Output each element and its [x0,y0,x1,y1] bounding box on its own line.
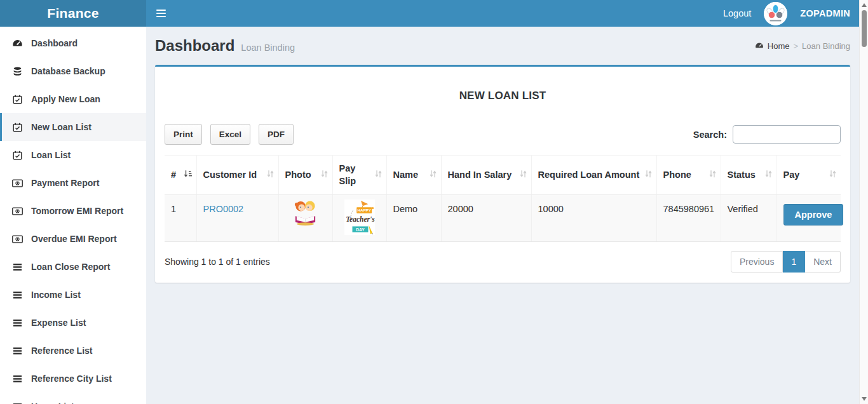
cell-pay: Approve [776,195,841,242]
print-button[interactable]: Print [165,124,202,145]
sidebar-item-label: New Loan List [31,122,92,132]
sidebar-item-label: Loan List [31,150,71,160]
brand-label: Finance [47,6,98,21]
sidebar-item-label: Dashboard [31,38,78,48]
sidebar-item-loan-close-report[interactable]: Loan Close Report [0,253,146,281]
sort-icon [375,169,382,182]
breadcrumb-home-link[interactable]: Home [768,41,790,51]
page-title: Dashboard Loan Binding [155,37,295,55]
excel-button[interactable]: Excel [210,124,250,145]
column-header-pay-slip[interactable]: Pay Slip [332,156,386,195]
vertical-scrollbar[interactable] [859,0,868,404]
scroll-down-arrow-icon[interactable] [862,397,867,401]
navbar: Logout ZOPADMIN [146,0,868,27]
sidebar-item-label: Tomorrow EMI Report [31,206,123,216]
cell-status: Verified [721,195,776,242]
sidebar-item-payment-report[interactable]: Payment Report [0,169,146,197]
sidebar-item-new-loan-list[interactable]: New Loan List [0,113,146,141]
loan-table: # Customer Id Photo [165,155,841,242]
top-navbar: Finance Logout ZOPADMIN [0,0,868,27]
pdf-button[interactable]: PDF [259,124,294,145]
sidebar-item-database-backup[interactable]: Database Backup [0,57,146,85]
cell-phone: 7845980961 [656,195,721,242]
column-header-phone[interactable]: Phone [656,156,721,195]
gauge-icon [755,41,764,50]
sidebar-item-label: Apply New Loan [31,94,100,104]
sidebar-item-dashboard[interactable]: Dashboard [0,29,146,57]
showing-entries-label: Showing 1 to 1 of 1 entries [165,257,270,267]
approve-button[interactable]: Approve [783,204,844,226]
breadcrumb-separator: > [794,41,799,51]
sidebar-item-reference-city-list[interactable]: Reference City List [0,365,146,393]
money-icon [11,178,23,189]
sidebar-item-label: Database Backup [31,66,105,76]
username-label: ZOPADMIN [800,8,850,18]
scroll-up-arrow-icon[interactable] [862,3,867,7]
sort-icon [829,169,836,182]
column-header-customer-id[interactable]: Customer Id [196,156,278,195]
column-header-name[interactable]: Name [386,156,441,195]
loan-list-panel: NEW LOAN LIST Print Excel PDF Search: [155,65,850,283]
sidebar-item-users-list[interactable]: Users List [0,393,146,404]
column-header-index[interactable]: # [165,156,196,195]
sidebar-item-label: Payment Report [31,178,99,188]
calendar-check-icon [11,122,23,133]
bars-icon [11,346,23,356]
search-control: Search: [693,125,841,144]
cell-pay-slip: HAPPY Teacher's DAY [332,195,386,242]
sidebar-item-apply-new-loan[interactable]: Apply New Loan [0,85,146,113]
search-input[interactable] [733,125,841,144]
sort-icon [430,169,437,182]
table-header-row: # Customer Id Photo [165,156,841,195]
breadcrumb: Home > Loan Binding [755,41,850,51]
svg-text:DAY: DAY [356,227,365,232]
page-title-text: Dashboard [155,37,234,55]
bars-icon [11,374,23,384]
page-subtitle: Loan Binding [241,43,295,53]
sidebar-item-tomorrow-emi-report[interactable]: Tomorrow EMI Report [0,197,146,225]
panel-title: NEW LOAN LIST [165,90,841,102]
database-icon [11,66,23,77]
column-header-hand-in-salary[interactable]: Hand In Salary [441,156,531,195]
customer-photo[interactable] [290,199,320,226]
money-icon [11,206,23,217]
sort-icon [321,169,328,182]
column-header-photo[interactable]: Photo [278,156,332,195]
bars-icon [11,401,23,404]
sort-icon [765,169,772,182]
company-logo-icon [764,2,787,25]
sidebar-item-reference-list[interactable]: Reference List [0,337,146,365]
sidebar-item-loan-list[interactable]: Loan List [0,141,146,169]
column-header-pay[interactable]: Pay [776,156,841,195]
calendar-check-icon [11,150,23,161]
scrollbar-thumb[interactable] [862,10,867,47]
avatar[interactable] [764,2,787,25]
pagination-previous-button[interactable]: Previous [731,251,783,273]
table-footer: Showing 1 to 1 of 1 entries Previous 1 N… [165,251,841,273]
pagination-next-button[interactable]: Next [805,251,841,273]
column-header-required-loan-amount[interactable]: Required Loan Amount [531,156,656,195]
svg-text:HAPPY: HAPPY [357,208,371,212]
bars-icon [11,318,23,328]
sidebar: Dashboard Database Backup Apply New Loan… [0,27,146,404]
sidebar-item-overdue-emi-report[interactable]: Overdue EMI Report [0,225,146,253]
pagination-page-1-button[interactable]: 1 [783,251,805,273]
table-toolbar: Print Excel PDF Search: [165,124,841,145]
cell-photo [278,195,332,242]
cell-hand-in-salary: 20000 [441,195,531,242]
logout-link[interactable]: Logout [723,8,751,18]
sort-icon [520,169,527,182]
navbar-right: Logout ZOPADMIN [723,2,850,25]
customer-id-link[interactable]: PRO0002 [203,204,244,214]
sidebar-item-label: Expense List [31,318,86,328]
bars-icon [11,262,23,273]
gauge-icon [11,38,23,49]
pay-slip-image[interactable]: HAPPY Teacher's DAY [344,199,375,235]
sidebar-toggle-icon[interactable] [156,10,166,17]
pagination: Previous 1 Next [731,251,841,273]
column-header-status[interactable]: Status [721,156,776,195]
brand-logo[interactable]: Finance [0,0,146,27]
sidebar-item-income-list[interactable]: Income List [0,281,146,309]
sidebar-item-expense-list[interactable]: Expense List [0,309,146,337]
sidebar-item-label: Loan Close Report [31,262,110,272]
